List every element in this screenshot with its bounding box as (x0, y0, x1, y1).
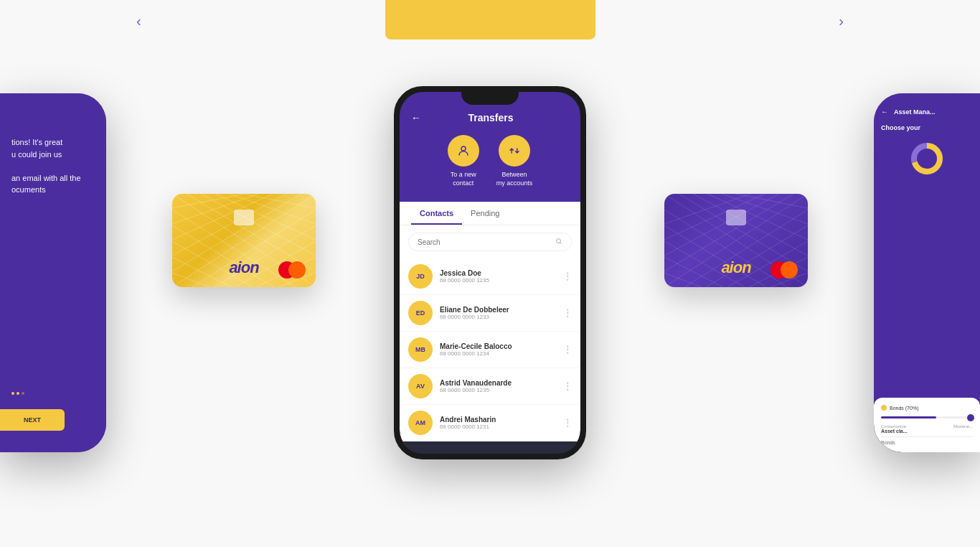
nav-arrow-left[interactable]: ‹ (136, 13, 141, 29)
choose-label: Choose your (881, 124, 973, 131)
contact-more-mb[interactable]: ⋮ (563, 345, 572, 355)
transfers-screen: ← Transfers To a newcontact (400, 92, 580, 454)
contact-name-jd: Jessica Doe (440, 269, 556, 277)
contact-person-icon (457, 144, 470, 157)
contact-info-am: Andrei Masharin 68 0000 0000 1231 (440, 416, 556, 430)
transfers-header: ← Transfers To a newcontact (400, 92, 580, 202)
avatar-av: AV (408, 374, 433, 398)
contact-item-ed[interactable]: ED Eliane De Dobbeleer 68 0000 0000 1233… (400, 295, 580, 332)
search-icon (555, 238, 562, 246)
contact-icon-circle (448, 135, 479, 167)
contact-info-jd: Jessica Doe 68 0000 0000 1235 (440, 269, 556, 284)
card-chip-left (234, 210, 254, 225)
risk-slider[interactable] (881, 416, 973, 419)
transfer-between-accounts[interactable]: Betweenmy accounts (496, 135, 533, 187)
contact-name-av: Astrid Vanaudenarde (440, 379, 556, 387)
tab-contacts[interactable]: Contacts (411, 202, 462, 225)
transfer-arrows-icon (508, 144, 521, 157)
avatar-mb: MB (408, 337, 433, 362)
loading-dots (11, 392, 24, 395)
svg-point-49 (920, 151, 934, 166)
dot-1 (11, 392, 14, 395)
contact-more-jd[interactable]: ⋮ (563, 271, 572, 281)
contact-option-label: To a newcontact (451, 171, 476, 187)
mc-orange-left (288, 261, 306, 279)
contact-account-jd: 68 0000 0000 1235 (440, 277, 556, 284)
slider-thumb[interactable] (967, 414, 974, 421)
search-input[interactable] (418, 238, 551, 246)
contact-name-mb: Marie-Cecile Balocco (440, 342, 556, 350)
donut-chart-svg (905, 137, 948, 180)
asset-back-arrow[interactable]: ← (881, 108, 888, 116)
left-phone-text: tions! It's great u could join us an ema… (11, 136, 95, 196)
card-logo-left: aion (229, 258, 258, 277)
yellow-banner (385, 0, 595, 39)
contact-item-am[interactable]: AM Andrei Masharin 68 0000 0000 1231 ⋮ (400, 405, 580, 441)
avatar-ed: ED (408, 301, 433, 325)
asset-class-title: Asset cla... (881, 429, 973, 437)
nav-arrow-right[interactable]: › (839, 13, 844, 29)
asset-header: ← Asset Mana... (881, 108, 973, 116)
card-logo-right: aion (721, 258, 750, 277)
svg-line-9 (172, 257, 231, 287)
svg-line-34 (664, 257, 723, 287)
contact-info-mb: Marie-Cecile Balocco 68 0000 0000 1234 (440, 342, 556, 357)
contact-info-av: Astrid Vanaudenarde 68 0000 0000 1235 (440, 379, 556, 393)
svg-line-3 (215, 194, 316, 240)
bonds-legend: Bonds (70%) (881, 405, 973, 411)
bonds-row: Bonds (881, 440, 973, 445)
avatar-jd: JD (408, 264, 433, 289)
svg-line-32 (664, 225, 766, 287)
accounts-option-label: Betweenmy accounts (496, 171, 533, 187)
contact-more-am[interactable]: ⋮ (563, 418, 572, 428)
svg-line-24 (560, 243, 562, 244)
slider-track (881, 416, 973, 419)
transfers-nav: ← Transfers (411, 112, 569, 123)
mastercard-left (278, 261, 306, 279)
slider-fill (881, 416, 936, 419)
phone-notch (461, 92, 519, 105)
transfers-options: To a newcontact Betweenmy accounts (411, 135, 569, 187)
slider-label-moderate: Moderat... (953, 424, 973, 429)
bonds-legend-label: Bonds (70%) (890, 406, 918, 411)
asset-bottom-panel: Bonds (70%) Conservative Moderat... Asse… (874, 398, 980, 452)
bonds-dot (881, 405, 887, 411)
contact-info-ed: Eliane De Dobbeleer 68 0000 0000 1233 (440, 306, 556, 320)
contact-account-mb: 68 0000 0000 1234 (440, 350, 556, 357)
contact-item-jd[interactable]: JD Jessica Doe 68 0000 0000 1235 ⋮ (400, 258, 580, 295)
svg-line-2 (201, 194, 316, 256)
svg-line-27 (693, 194, 808, 256)
asset-screen: ← Asset Mana... Choose your (874, 93, 980, 452)
asset-screen-title: Asset Mana... (894, 108, 936, 116)
phone-left-screen: tions! It's great u could join us an ema… (0, 93, 106, 452)
svg-line-28 (707, 194, 808, 240)
card-gold-left: aion (172, 194, 316, 287)
svg-line-14 (172, 194, 273, 240)
svg-line-38 (664, 194, 779, 256)
tab-pending[interactable]: Pending (462, 202, 508, 225)
search-bar[interactable] (408, 233, 572, 251)
contact-item-mb[interactable]: MB Marie-Cecile Balocco 68 0000 0000 123… (400, 332, 580, 368)
phone-left: tions! It's great u could join us an ema… (0, 93, 106, 452)
svg-point-23 (557, 239, 561, 243)
contacts-section: Contacts Pending JD (400, 202, 580, 441)
contact-list: JD Jessica Doe 68 0000 0000 1235 ⋮ ED El… (400, 258, 580, 441)
svg-line-7 (172, 225, 274, 287)
phone-center: ← Transfers To a newcontact (394, 86, 586, 459)
contact-more-av[interactable]: ⋮ (563, 381, 572, 391)
contact-account-am: 68 0000 0000 1231 (440, 424, 556, 430)
contacts-tabs: Contacts Pending (400, 202, 580, 225)
transfer-to-contact[interactable]: To a newcontact (448, 135, 479, 187)
card-purple-right: aion (664, 194, 808, 287)
next-button[interactable]: NEXT (0, 409, 65, 431)
contact-more-ed[interactable]: ⋮ (563, 308, 572, 318)
contact-item-av[interactable]: AV Astrid Vanaudenarde 68 0000 0000 1235… (400, 368, 580, 405)
phone-right: ← Asset Mana... Choose your (874, 93, 980, 452)
accounts-icon-circle (499, 135, 530, 167)
main-scene: ‹ › tions! It's great u could join us an… (0, 0, 980, 547)
back-arrow[interactable]: ← (411, 112, 421, 123)
dot-2 (17, 392, 19, 395)
avatar-am: AM (408, 411, 433, 435)
dot-3 (22, 392, 24, 395)
contact-account-ed: 68 0000 0000 1233 (440, 314, 556, 320)
